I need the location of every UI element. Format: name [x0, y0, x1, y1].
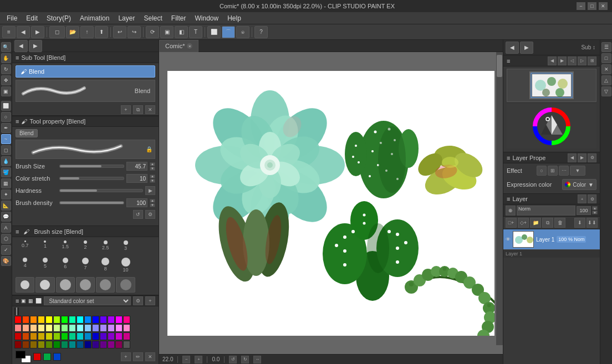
navigator-thumbnail[interactable]	[507, 69, 596, 102]
prop-reset[interactable]: ↺	[133, 210, 143, 219]
toolbar-magic[interactable]: ⍟	[236, 26, 249, 38]
tool-move[interactable]: ✥	[1, 75, 11, 85]
layer-props-prev[interactable]: ◀	[568, 153, 577, 162]
fg-bg-colors[interactable]	[16, 351, 31, 363]
brush-size-4[interactable]: 4	[16, 257, 34, 274]
tool-blend[interactable]: ~	[1, 134, 11, 144]
col-r4c13[interactable]	[108, 341, 115, 348]
col-r1c7[interactable]	[61, 316, 68, 324]
canvas-scrollbar-right[interactable]	[496, 52, 503, 345]
tool-rotate[interactable]: ↻	[1, 64, 11, 74]
zoom-out-button[interactable]: −	[182, 356, 190, 363]
col-r3c2[interactable]	[22, 332, 29, 340]
brush-size-0.7[interactable]: 0.7	[16, 239, 34, 252]
outer-icon-5[interactable]: ▽	[601, 86, 611, 96]
brush-size-stepper[interactable]: ▲ ▼	[150, 162, 155, 171]
effect-dots[interactable]: ⋯	[559, 166, 569, 176]
col-r4c12[interactable]	[100, 341, 107, 348]
toolbar-prev[interactable]: ◀	[17, 26, 30, 38]
menu-story[interactable]: Story(P)	[42, 13, 75, 23]
col-r1c1[interactable]	[14, 316, 22, 324]
right-toolbar-prev[interactable]: ◀	[506, 42, 519, 54]
tool-decoration[interactable]: ✦	[1, 189, 11, 199]
toolbar-text[interactable]: T	[189, 26, 202, 38]
toolbar-redo[interactable]: ↪	[128, 26, 141, 38]
color-delete[interactable]: ✕	[145, 352, 155, 361]
col-r2c10[interactable]	[84, 324, 91, 332]
effect-grid[interactable]: ⊞	[548, 166, 558, 176]
sub-tool-add[interactable]: +	[121, 105, 131, 114]
brush-circle-5[interactable]	[96, 277, 115, 293]
col-r3c1[interactable]	[14, 332, 22, 340]
color-set-add[interactable]: +	[145, 296, 155, 305]
col-r2c5[interactable]	[45, 324, 53, 332]
rotate-right-button[interactable]: ↻	[241, 356, 249, 363]
layer-mode-btn[interactable]: ⊕	[506, 206, 516, 216]
col-r1c2[interactable]	[22, 316, 29, 324]
brush-density-down[interactable]: ▼	[150, 203, 155, 207]
tool-select[interactable]: ⬜	[1, 101, 11, 111]
col-r1c13[interactable]	[108, 316, 115, 324]
color-stretch-slider[interactable]	[59, 177, 124, 180]
col-r4c6[interactable]	[53, 341, 60, 348]
brush-size-value[interactable]: 45.7	[126, 162, 147, 171]
col-r3c10[interactable]	[84, 332, 91, 340]
brush-size-3[interactable]: 3	[116, 239, 135, 252]
col-r2c2[interactable]	[22, 324, 29, 332]
outer-icon-2[interactable]: □	[601, 53, 611, 63]
col-r4c15[interactable]	[123, 341, 130, 348]
zoom-in-button[interactable]: +	[195, 356, 202, 363]
tool-ruler[interactable]: 📐	[1, 201, 11, 211]
brush-size-2.5[interactable]: 2.5	[96, 239, 115, 252]
right-next-btn[interactable]: ▶	[558, 57, 567, 65]
layer-eye-icon[interactable]: 👁	[506, 237, 511, 242]
col-r1c14[interactable]	[115, 316, 123, 324]
menu-select[interactable]: Select	[139, 13, 166, 23]
color-stretch-stepper[interactable]: ▲ ▼	[150, 175, 155, 183]
layer-merge-all[interactable]: ⬇⬇	[586, 218, 598, 228]
col-r2c8[interactable]	[69, 324, 76, 332]
red-swatch[interactable]	[33, 353, 41, 361]
canvas-tab-main[interactable]: Comic* ×	[159, 40, 198, 52]
layer-new-vector[interactable]: ◇+	[518, 218, 529, 228]
brush-size-1[interactable]: 1	[35, 239, 54, 252]
brush-density-stepper[interactable]: ▲ ▼	[150, 199, 155, 207]
scrollbar-thumb[interactable]	[497, 55, 502, 77]
layer-new[interactable]: +	[578, 194, 586, 203]
right-toolbar-next[interactable]: ▶	[520, 42, 533, 54]
brush-size-down[interactable]: ▼	[150, 167, 155, 171]
color-stretch-value[interactable]: 10	[126, 174, 147, 183]
col-r3c11[interactable]	[92, 332, 99, 340]
col-r1c15[interactable]	[123, 316, 130, 324]
menu-help[interactable]: Help	[223, 13, 246, 23]
tool-select-obj[interactable]: ▣	[1, 86, 11, 96]
col-r4c3[interactable]	[30, 341, 37, 348]
col-r2c3[interactable]	[30, 324, 37, 332]
toolbar-open[interactable]: 📂	[66, 26, 79, 38]
tool-color[interactable]: 🎨	[1, 256, 11, 266]
toolbar-new-canvas[interactable]: ◻	[49, 26, 65, 38]
col-r1c5[interactable]	[45, 316, 53, 324]
col-r2c6[interactable]	[53, 324, 60, 332]
col-r3c13[interactable]	[108, 332, 115, 340]
expression-color-select[interactable]: Color ▼	[562, 179, 596, 190]
brush-size-slider[interactable]	[59, 165, 124, 168]
flip-button[interactable]: ↔	[253, 356, 261, 363]
brush-size-8[interactable]: 8	[96, 257, 115, 274]
color-edit[interactable]: ✏	[133, 352, 143, 361]
col-r4c9[interactable]	[76, 341, 84, 348]
minimize-button[interactable]: −	[577, 2, 585, 10]
col-r2c13[interactable]	[108, 324, 115, 332]
col-r4c7[interactable]	[61, 341, 68, 348]
restore-button[interactable]: □	[588, 2, 596, 10]
col-r1c12[interactable]	[100, 316, 107, 324]
right-nav3[interactable]: ⊞	[588, 57, 596, 65]
sub-tool-delete[interactable]: ✕	[145, 105, 155, 114]
toolbar-lasso[interactable]: ⌒	[222, 26, 235, 38]
menu-file[interactable]: File	[2, 13, 22, 23]
menu-layer[interactable]: Layer	[114, 13, 139, 23]
layer-props-settings[interactable]: ⚙	[588, 153, 596, 162]
brush-size-1.5[interactable]: 1.5	[56, 239, 75, 252]
col-r1c3[interactable]	[30, 316, 37, 324]
color-wheel-area[interactable]	[507, 104, 596, 148]
